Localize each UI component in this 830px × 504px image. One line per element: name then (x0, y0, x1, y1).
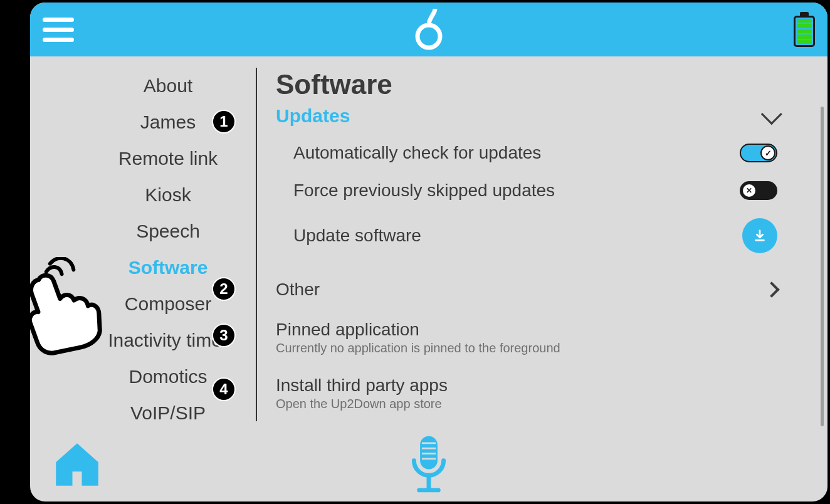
sidebar-item-voip-sip[interactable]: VoIP/SIP (130, 396, 206, 430)
auto-check-toggle[interactable] (740, 144, 777, 162)
download-button[interactable] (742, 218, 777, 253)
content-area: About James Remote link Kiosk Speech Sof… (30, 56, 827, 433)
force-skipped-row: Force previously skipped updates (276, 172, 809, 209)
auto-check-updates-row: Automatically check for updates (276, 134, 809, 172)
page-title: Software (276, 69, 809, 100)
sidebar-item-inactivity-timer[interactable]: Inactivity timer (108, 323, 228, 357)
sidebar-item-james[interactable]: James (140, 105, 196, 139)
pointer-hand-icon (5, 257, 105, 360)
home-button[interactable] (49, 436, 105, 495)
microphone-icon (407, 434, 451, 497)
force-skipped-toggle[interactable] (740, 181, 777, 200)
update-software-label: Update software (293, 226, 421, 246)
sidebar-item-speech[interactable]: Speech (136, 214, 200, 248)
install-apps-row[interactable]: Install third party apps Open the Up2Dow… (276, 365, 809, 421)
annotation-badge-3: 3 (212, 323, 236, 347)
other-row[interactable]: Other (276, 270, 809, 310)
app-window: About James Remote link Kiosk Speech Sof… (28, 0, 830, 504)
other-label: Other (276, 280, 320, 300)
bottom-bar (30, 433, 827, 501)
sidebar-item-kiosk[interactable]: Kiosk (145, 178, 191, 212)
svg-point-0 (418, 25, 440, 48)
annotation-badge-1: 1 (212, 110, 236, 134)
settings-main-panel: Software Updates Automatically check for… (257, 56, 827, 433)
menu-icon[interactable] (43, 14, 74, 45)
sidebar-item-composer[interactable]: Composer (125, 287, 211, 321)
svg-rect-1 (420, 436, 438, 470)
chevron-right-icon (764, 281, 779, 297)
download-icon (753, 229, 767, 243)
home-icon (49, 436, 105, 493)
pinned-title: Pinned application (276, 320, 560, 340)
annotation-badge-2: 2 (212, 277, 236, 301)
updates-section-header[interactable]: Updates (276, 105, 809, 127)
top-bar (30, 3, 827, 56)
pinned-application-row[interactable]: Pinned application Currently no applicat… (276, 310, 809, 365)
sidebar-item-domotics[interactable]: Domotics (129, 360, 207, 394)
annotation-badge-4: 4 (212, 377, 236, 401)
pinned-subtitle: Currently no application is pinned to th… (276, 341, 560, 355)
chevron-down-icon (761, 103, 782, 125)
auto-check-label: Automatically check for updates (293, 143, 541, 163)
sidebar-item-about[interactable]: About (144, 69, 192, 103)
sidebar-item-software[interactable]: Software (129, 251, 208, 285)
sidebar-item-remote-link[interactable]: Remote link (118, 142, 218, 176)
update-software-row: Update software (276, 209, 809, 262)
install-title: Install third party apps (276, 375, 448, 396)
microphone-button[interactable] (407, 434, 451, 500)
app-logo-icon (415, 9, 443, 53)
scrollbar[interactable] (821, 107, 824, 426)
battery-icon (794, 12, 815, 47)
force-skipped-label: Force previously skipped updates (293, 181, 555, 201)
install-subtitle: Open the Up2Down app store (276, 397, 448, 411)
updates-section-label: Updates (276, 105, 350, 127)
